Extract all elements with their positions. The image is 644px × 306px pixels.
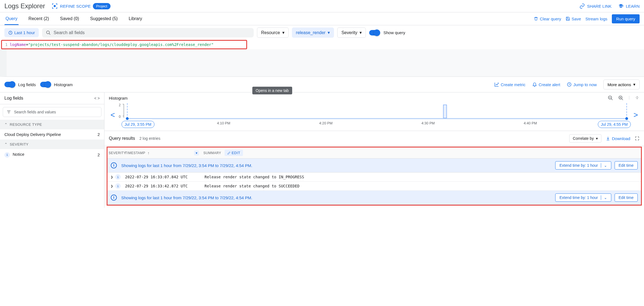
refine-scope-button[interactable]: REFINE SCOPE Project <box>52 3 110 9</box>
col-severity[interactable]: SEVERITY <box>107 149 124 157</box>
edit-time-button[interactable]: Edit time <box>615 193 638 202</box>
tab-recent[interactable]: Recent (2) <box>27 12 50 25</box>
severity-notice-icon: i <box>115 183 121 189</box>
timestamp-dropdown-button[interactable]: ▾ <box>194 151 199 155</box>
histogram-chart[interactable]: 2 0 . 4:10 PM 4:20 PM 4:30 PM <box>119 103 629 127</box>
info-row-bottom: i Showing logs for last 1 hour from 7/29… <box>107 191 641 205</box>
correlate-label: Correlate by <box>573 136 594 141</box>
severity-dropdown[interactable]: Severity ▾ <box>337 28 366 38</box>
query-editor[interactable]: 1 logName="projects/test-suspend-abandon… <box>1 40 247 49</box>
learn-button[interactable]: LEARN <box>618 3 640 9</box>
log-row[interactable]: ❯ i 2022-07-29 16:33:07.842 UTC Release … <box>107 173 641 182</box>
save-icon <box>566 17 570 21</box>
edit-summary-button[interactable]: EDIT <box>225 150 243 156</box>
chevron-down-icon[interactable]: ⌄ <box>601 195 607 200</box>
query-text: logName="projects/test-suspend-abandon/l… <box>10 42 214 47</box>
severity-item-label: Notice <box>13 152 24 157</box>
log-summary: Release render state changed to SUCCEEDE… <box>202 184 640 188</box>
chevron-down-icon[interactable]: ⌄ <box>601 163 607 168</box>
reset-zoom-icon[interactable] <box>635 95 640 100</box>
col-summary[interactable]: SUMMARY EDIT <box>202 147 641 158</box>
extend-time-button[interactable]: Extend time by: 1 hour ⌄ <box>555 161 611 170</box>
nav-arrows[interactable]: < > <box>94 96 100 100</box>
log-fields-title: Log fields <box>4 96 23 101</box>
zoom-in-icon[interactable] <box>618 95 624 101</box>
jump-to-now-label: Jump to now <box>573 82 597 87</box>
tab-suggested[interactable]: Suggested (5) <box>89 12 119 25</box>
info-row-top: i Showing logs for last 1 hour from 7/29… <box>107 159 641 173</box>
save-button[interactable]: Save <box>566 17 581 21</box>
resource-dropdown[interactable]: Resource ▾ <box>257 28 288 38</box>
chevron-down-icon: ▾ <box>328 30 330 35</box>
histogram-next-button[interactable]: > <box>632 111 640 119</box>
time-range-chip[interactable]: Last 1 hour <box>4 28 39 37</box>
log-fields-toggle[interactable] <box>4 82 15 87</box>
download-label: Download <box>612 136 630 141</box>
download-icon <box>606 136 610 141</box>
expand-icon[interactable]: ❯ <box>109 175 115 179</box>
chevron-down-icon: ▾ <box>360 30 362 35</box>
pencil-icon <box>227 151 231 155</box>
expand-icon[interactable]: ❯ <box>109 184 115 188</box>
search-all-fields[interactable]: Search all fields <box>42 28 254 37</box>
more-actions-button[interactable]: More actions ▾ <box>603 80 640 89</box>
tab-query[interactable]: Query <box>4 12 19 25</box>
chevron-up-icon: ⌃ <box>4 122 8 127</box>
clear-query-button[interactable]: Clear query <box>534 17 561 21</box>
fullscreen-icon[interactable] <box>635 136 640 141</box>
show-query-toggle[interactable] <box>369 30 380 35</box>
section-severity[interactable]: ⌃ SEVERITY <box>0 140 104 149</box>
histogram-bar[interactable] <box>443 105 447 118</box>
histogram-toggle[interactable] <box>40 82 51 87</box>
chevron-up-icon: ⌃ <box>4 142 8 146</box>
create-metric-button[interactable]: Create metric <box>494 82 526 87</box>
histogram-start-handle[interactable] <box>126 117 129 120</box>
run-query-button[interactable]: Run query <box>612 14 640 23</box>
log-row[interactable]: ❯ i 2022-07-29 16:33:42.872 UTC Release … <box>107 182 641 191</box>
correlate-by-button[interactable]: Correlate by ▾ <box>569 134 601 143</box>
scope-project-chip[interactable]: Project <box>93 3 110 9</box>
hist-y-bottom: 0 <box>119 115 121 119</box>
line-number: 1 <box>3 42 10 47</box>
search-fields-input[interactable]: Search fields and values <box>3 107 101 117</box>
histogram-end-badge[interactable]: Jul 29, 4:55 PM <box>598 121 631 128</box>
download-button[interactable]: Download <box>606 136 630 141</box>
chevron-down-icon: ▾ <box>282 30 284 35</box>
logname-dropdown[interactable]: release_render ▾ <box>292 28 334 38</box>
info-icon: i <box>4 152 10 158</box>
chevron-down-icon: ▾ <box>596 136 598 141</box>
histogram-start-badge[interactable]: Jul 29, 3:55 PM <box>121 121 154 128</box>
sort-asc-icon: ↑ <box>148 151 150 155</box>
share-link-button[interactable]: SHARE LINK <box>579 3 612 9</box>
jump-to-now-button[interactable]: Jump to now <box>567 82 597 87</box>
histogram-prev-button[interactable]: < <box>109 111 117 119</box>
hist-tick: 4:10 PM <box>217 121 230 125</box>
section-resource-type[interactable]: ⌃ RESOURCE TYPE <box>0 120 104 129</box>
edit-time-button[interactable]: Edit time <box>615 161 638 170</box>
editor-background <box>0 49 644 77</box>
scope-icon <box>52 3 58 9</box>
filter-icon <box>6 110 11 114</box>
hist-tick: 4:30 PM <box>421 121 435 125</box>
show-query-label: Show query <box>383 30 405 35</box>
resource-item-count: 2 <box>98 132 100 137</box>
info-icon: i <box>111 195 117 201</box>
chevron-down-icon: ▾ <box>633 82 635 87</box>
histogram-label: Histogram <box>54 82 73 87</box>
query-key: logName <box>10 42 26 47</box>
col-timestamp[interactable]: TIMESTAMP ↑ ▾ <box>124 148 202 158</box>
zoom-out-icon[interactable] <box>608 95 613 101</box>
extend-time-button[interactable]: Extend time by: 1 hour ⌄ <box>555 193 611 202</box>
tab-saved[interactable]: Saved (0) <box>59 12 80 25</box>
hist-tick: 4:20 PM <box>319 121 332 125</box>
severity-item[interactable]: iNotice 2 <box>0 149 104 160</box>
tab-library[interactable]: Library <box>128 12 143 25</box>
stream-logs-button[interactable]: Stream logs <box>585 17 607 21</box>
hist-y-top: 2 <box>119 103 121 107</box>
resource-type-item[interactable]: Cloud Deploy Delivery Pipeline 2 <box>0 129 104 140</box>
clear-query-label: Clear query <box>540 17 561 21</box>
histogram-end-handle[interactable] <box>625 117 628 120</box>
create-alert-button[interactable]: Create alert <box>532 82 560 87</box>
page-title: Logs Explorer <box>4 2 45 10</box>
query-value: "projects/test-suspend-abandon/logs/clou… <box>28 42 214 47</box>
